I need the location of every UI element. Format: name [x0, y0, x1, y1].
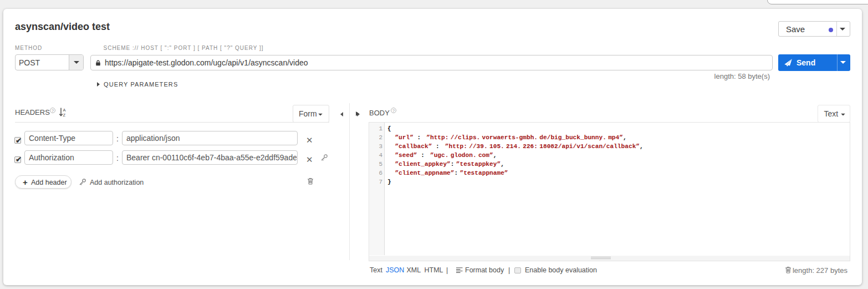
svg-text:Z: Z	[63, 113, 66, 117]
svg-text:A: A	[63, 107, 66, 112]
